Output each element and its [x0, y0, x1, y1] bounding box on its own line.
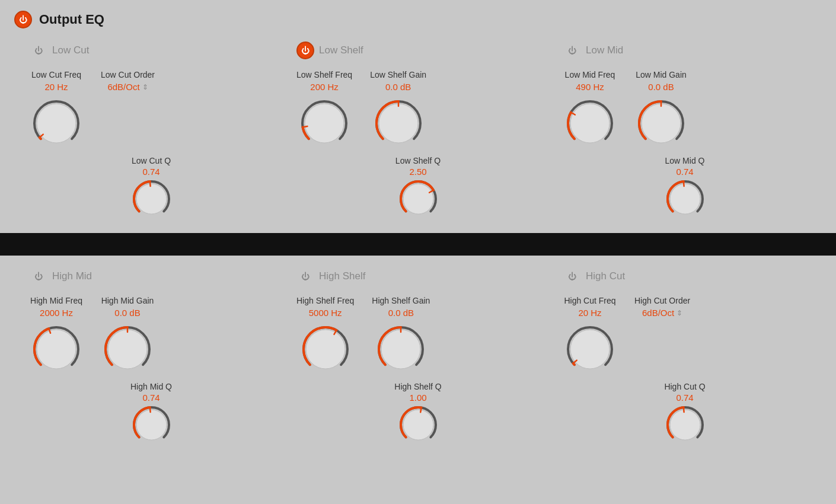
- band-q-value-low-shelf: 2.50: [409, 167, 426, 177]
- power-icon: ⏻: [568, 272, 576, 280]
- svg-point-14: [670, 184, 700, 214]
- high-cut-order-group: High Cut Order 6dB/Oct ⇕: [634, 296, 690, 321]
- low-cut-order-group: Low Cut Order 6dB/Oct ⇕: [101, 70, 155, 95]
- dropdown-arrow-icon: ⇕: [142, 83, 148, 91]
- bottom-bands-section: ⏻ High Mid High Mid Freq 2000 Hz High Mi…: [0, 256, 836, 459]
- band-q-value-high-cut: 0.74: [676, 393, 693, 403]
- low-shelf-freq-knob[interactable]: [298, 97, 351, 150]
- svg-line-31: [683, 407, 684, 412]
- band-q-group-low-cut: Low Cut Q 0.74: [30, 156, 273, 221]
- low-cut-order-value: 6dB/Oct ⇕: [107, 82, 148, 92]
- page-title: Output EQ: [39, 12, 104, 27]
- low-cut-freq-knob[interactable]: [30, 97, 83, 150]
- high-cut-freq-label: High Cut Freq: [564, 296, 615, 305]
- low-shelf-freq-label: Low Shelf Freq: [296, 70, 352, 79]
- high-mid-gain-label: High Mid Gain: [101, 296, 154, 305]
- svg-point-6: [379, 104, 418, 143]
- svg-line-5: [303, 126, 308, 127]
- band-title-low-shelf: Low Shelf: [319, 44, 363, 56]
- low-cut-freq-label: Low Cut Freq: [31, 70, 81, 79]
- low-mid-freq-group: Low Mid Freq 490 Hz: [563, 70, 617, 150]
- band-header-high-cut: ⏻ High Cut: [563, 267, 806, 285]
- svg-line-27: [420, 407, 421, 412]
- svg-point-16: [37, 330, 76, 369]
- band-power-button-low-mid[interactable]: ⏻: [563, 42, 581, 59]
- band-q-label-high-mid: High Mid Q: [130, 382, 172, 391]
- band-header-high-shelf: ⏻ High Shelf: [296, 267, 540, 285]
- band-power-button-low-cut[interactable]: ⏻: [30, 42, 47, 59]
- high-shelf-gain-knob[interactable]: [374, 323, 427, 376]
- svg-point-4: [305, 104, 344, 143]
- high-shelf-freq-knob[interactable]: [299, 323, 352, 376]
- power-icon: ⏻: [34, 46, 43, 55]
- band-power-button-low-shelf[interactable]: ⏻: [296, 42, 314, 59]
- low-mid-gain-group: Low Mid Gain 0.0 dB: [634, 70, 688, 150]
- high-cut-order-value: 6dB/Oct ⇕: [642, 308, 682, 318]
- band-low-shelf: ⏻ Low Shelf Low Shelf Freq 200 Hz Low Sh…: [285, 42, 551, 221]
- band-q-knob-high-shelf[interactable]: [396, 403, 441, 447]
- high-mid-freq-knob[interactable]: [30, 323, 83, 376]
- low-shelf-gain-knob[interactable]: [372, 97, 425, 150]
- band-header-high-mid: ⏻ High Mid: [30, 267, 273, 285]
- svg-point-30: [670, 410, 700, 440]
- high-shelf-freq-group: High Shelf Freq 5000 Hz: [296, 296, 354, 376]
- svg-point-20: [136, 410, 167, 440]
- svg-line-3: [149, 181, 150, 186]
- band-q-knob-high-cut[interactable]: [663, 403, 707, 447]
- band-power-button-high-mid[interactable]: ⏻: [30, 267, 47, 285]
- low-shelf-freq-group: Low Shelf Freq 200 Hz: [296, 70, 352, 150]
- high-cut-freq-group: High Cut Freq 20 Hz: [563, 296, 617, 376]
- svg-point-26: [403, 410, 433, 440]
- svg-point-2: [136, 184, 167, 214]
- high-mid-gain-knob[interactable]: [101, 323, 154, 376]
- low-mid-freq-value: 490 Hz: [576, 82, 604, 92]
- power-icon: ⏻: [568, 46, 576, 55]
- band-controls-high-cut: High Cut Freq 20 Hz High Cut Order 6dB/O…: [563, 296, 806, 376]
- top-bands-section: ⏻ Low Cut Low Cut Freq 20 Hz Low Cut Ord…: [0, 36, 836, 233]
- low-shelf-freq-value: 200 Hz: [310, 82, 339, 92]
- power-icon: ⏻: [301, 46, 309, 55]
- band-header-low-shelf: ⏻ Low Shelf: [296, 42, 540, 59]
- main-power-button[interactable]: ⏻: [14, 11, 32, 28]
- band-q-value-low-cut: 0.74: [142, 167, 159, 177]
- band-q-value-low-mid: 0.74: [676, 167, 693, 177]
- band-title-low-mid: Low Mid: [586, 44, 623, 56]
- high-mid-freq-group: High Mid Freq 2000 Hz: [30, 296, 83, 376]
- high-cut-freq-value: 20 Hz: [578, 308, 601, 318]
- low-cut-order-label: Low Cut Order: [101, 70, 155, 79]
- band-q-label-high-cut: High Cut Q: [664, 382, 705, 391]
- band-q-knob-low-shelf[interactable]: [396, 177, 441, 221]
- band-power-button-high-shelf[interactable]: ⏻: [296, 267, 314, 285]
- band-controls-low-cut: Low Cut Freq 20 Hz Low Cut Order 6dB/Oct…: [30, 70, 273, 150]
- band-power-button-high-cut[interactable]: ⏻: [563, 267, 581, 285]
- band-controls-high-mid: High Mid Freq 2000 Hz High Mid Gain 0.0 …: [30, 296, 273, 376]
- low-cut-freq-value: 20 Hz: [44, 82, 68, 92]
- band-title-high-cut: High Cut: [586, 270, 625, 282]
- band-controls-low-mid: Low Mid Freq 490 Hz Low Mid Gain 0.0 dB: [563, 70, 806, 150]
- band-title-high-mid: High Mid: [52, 270, 92, 282]
- svg-point-18: [108, 330, 147, 369]
- svg-point-12: [642, 104, 681, 143]
- band-q-knob-low-mid[interactable]: [663, 177, 707, 221]
- svg-point-22: [306, 330, 345, 369]
- band-q-group-high-cut: High Cut Q 0.74: [563, 382, 806, 447]
- high-cut-order-label: High Cut Order: [634, 296, 690, 305]
- low-cut-freq-group: Low Cut Freq 20 Hz: [30, 70, 83, 150]
- band-q-value-high-mid: 0.74: [142, 393, 159, 403]
- power-icon: ⏻: [301, 272, 309, 280]
- high-shelf-gain-value: 0.0 dB: [388, 308, 414, 318]
- low-mid-freq-knob[interactable]: [563, 97, 617, 150]
- low-mid-gain-knob[interactable]: [634, 97, 688, 150]
- svg-point-0: [37, 104, 76, 143]
- high-shelf-freq-value: 5000 Hz: [309, 308, 342, 318]
- high-shelf-gain-group: High Shelf Gain 0.0 dB: [372, 296, 430, 376]
- band-q-knob-high-mid[interactable]: [129, 403, 174, 447]
- band-controls-high-shelf: High Shelf Freq 5000 Hz High Shelf Gain …: [296, 296, 540, 376]
- band-q-label-low-shelf: Low Shelf Q: [395, 156, 441, 165]
- high-shelf-freq-label: High Shelf Freq: [296, 296, 354, 305]
- high-cut-freq-knob[interactable]: [563, 323, 617, 376]
- high-mid-gain-value: 0.0 dB: [114, 308, 140, 318]
- band-q-knob-low-cut[interactable]: [129, 177, 174, 221]
- svg-point-28: [570, 330, 610, 369]
- svg-line-15: [683, 181, 684, 186]
